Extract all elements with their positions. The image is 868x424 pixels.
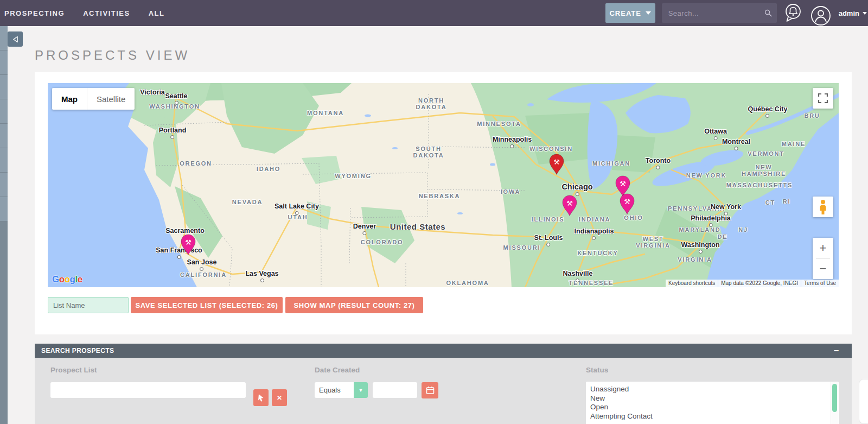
search-panel-header[interactable]: SEARCH PROSPECTS −	[35, 344, 852, 358]
page-scrollbar[interactable]	[859, 379, 868, 424]
map-marker-pink[interactable]: ⚒	[562, 195, 577, 217]
sidebar-collapse-button[interactable]	[8, 31, 23, 47]
navbar-actions: CREATE admin	[605, 0, 868, 27]
calendar-picker-button[interactable]	[422, 382, 438, 398]
search-icon[interactable]	[764, 7, 773, 19]
search-panel-title: SEARCH PROSPECTS	[41, 347, 114, 355]
save-selected-list-button[interactable]: SAVE SELECTED LIST (SELECTED: 26)	[131, 297, 283, 313]
map-zoom-control: + −	[813, 238, 833, 279]
clear-prospect-list-button[interactable]: ✕	[272, 389, 287, 406]
sidebar-item[interactable]	[0, 75, 8, 99]
global-search	[662, 3, 777, 23]
street-view-pegman-button[interactable]	[813, 197, 833, 217]
nav-item-all[interactable]: ALL	[149, 9, 165, 17]
nav-item-activities[interactable]: ACTIVITIES	[83, 9, 130, 17]
search-prospects-panel: SEARCH PROSPECTS − Prospect List ✕ Date …	[35, 344, 852, 424]
sidebar-item[interactable]	[0, 124, 8, 148]
map-type-map-button[interactable]: Map	[52, 88, 87, 110]
fullscreen-icon	[818, 93, 828, 104]
map-data-attribution: Map data ©2022 Google, INEGI	[718, 280, 801, 287]
status-listbox: Unassigned New Open Attempting Contact	[586, 382, 839, 424]
date-operator-value: Equals	[315, 386, 354, 394]
pegman-icon	[817, 199, 829, 214]
sidebar-item[interactable]	[0, 99, 8, 124]
pin-tools-icon: ⚒	[624, 198, 630, 206]
create-button-label: CREATE	[609, 9, 641, 17]
google-letter: e	[78, 274, 82, 284]
show-map-button[interactable]: SHOW MAP (RESULT COUNT: 27)	[285, 297, 423, 313]
collapse-arrow-icon	[12, 36, 19, 43]
search-panel-body: Prospect List ✕ Date Created Equals ▼ St…	[35, 358, 852, 424]
sidebar-item[interactable]	[0, 173, 8, 197]
prospect-list-label: Prospect List	[50, 366, 97, 374]
pin-tools-icon: ⚒	[620, 180, 626, 188]
terms-of-use-link[interactable]: Terms of Use	[801, 280, 839, 287]
search-input[interactable]	[668, 9, 764, 17]
main-menu: PROSPECTING ACTIVITIES ALL	[0, 9, 164, 17]
map-marker-pink[interactable]: ⚒	[181, 234, 196, 256]
create-button[interactable]: CREATE	[605, 3, 655, 23]
collapse-panel-button[interactable]: −	[834, 346, 839, 355]
sidebar-item[interactable]	[0, 148, 8, 173]
pin-tools-icon: ⚒	[185, 238, 192, 246]
status-label: Status	[586, 366, 608, 374]
google-letter: g	[70, 274, 75, 284]
notifications-button[interactable]	[783, 3, 803, 23]
map-fullscreen-button[interactable]	[813, 88, 833, 109]
map-card: WASHINGTON MONTANA NORTH DAKOTA MINNESOT…	[35, 72, 852, 334]
google-letter: G	[52, 274, 59, 284]
select-prospect-list-button[interactable]	[253, 389, 269, 406]
pin-tools-icon: ⚒	[566, 199, 573, 207]
map-geography	[48, 83, 839, 287]
status-scrollbar-thumb[interactable]	[832, 384, 837, 412]
map-type-control: Map Satellite	[52, 88, 135, 110]
status-option[interactable]: Unassigned	[586, 382, 839, 394]
sidebar-item[interactable]	[0, 197, 8, 222]
google-letter: o	[65, 274, 70, 284]
zoom-out-button[interactable]: −	[813, 259, 833, 280]
date-created-input[interactable]	[373, 382, 417, 398]
status-option[interactable]: New	[586, 394, 839, 403]
list-name-input[interactable]	[48, 297, 129, 313]
caret-down-icon	[646, 11, 651, 15]
collapsed-sidebar	[0, 26, 8, 424]
sidebar-item[interactable]	[0, 50, 8, 75]
caret-down-icon	[863, 12, 867, 15]
nav-item-prospecting[interactable]: PROSPECTING	[4, 9, 65, 17]
date-operator-select[interactable]: Equals ▼	[315, 382, 368, 398]
status-option[interactable]: Attempting Contact	[586, 412, 839, 421]
map-attribution: Keyboard shortcuts Map data ©2022 Google…	[666, 280, 839, 287]
google-letter: o	[59, 274, 65, 284]
prospect-list-input[interactable]	[50, 382, 246, 398]
top-navbar: PROSPECTING ACTIVITIES ALL CREATE	[0, 0, 868, 26]
pin-tools-icon: ⚒	[553, 158, 560, 166]
zoom-in-button[interactable]: +	[813, 238, 833, 258]
date-created-label: Date Created	[315, 366, 360, 374]
close-icon: ✕	[277, 394, 282, 402]
google-logo[interactable]: Google	[52, 274, 82, 285]
page-title: PROSPECTS VIEW	[35, 48, 190, 63]
notification-bell-icon	[783, 3, 803, 23]
map-marker-pink[interactable]: ⚒	[620, 193, 635, 215]
status-scrollbar[interactable]	[831, 382, 838, 424]
user-avatar-icon	[809, 4, 832, 27]
calendar-icon	[426, 386, 435, 395]
map-marker-red[interactable]: ⚒	[549, 154, 564, 175]
map-canvas[interactable]: WASHINGTON MONTANA NORTH DAKOTA MINNESOT…	[48, 83, 839, 287]
user-menu-button[interactable]	[809, 0, 832, 27]
keyboard-shortcuts-link[interactable]: Keyboard shortcuts	[666, 280, 718, 287]
caret-down-icon: ▼	[354, 382, 368, 398]
map-type-satellite-button[interactable]: Satellite	[87, 88, 135, 110]
status-option[interactable]: Open	[586, 403, 839, 412]
user-menu-label[interactable]: admin	[839, 9, 867, 17]
cursor-arrow-icon	[257, 394, 265, 402]
sidebar-item[interactable]	[0, 26, 8, 50]
username: admin	[839, 9, 859, 17]
